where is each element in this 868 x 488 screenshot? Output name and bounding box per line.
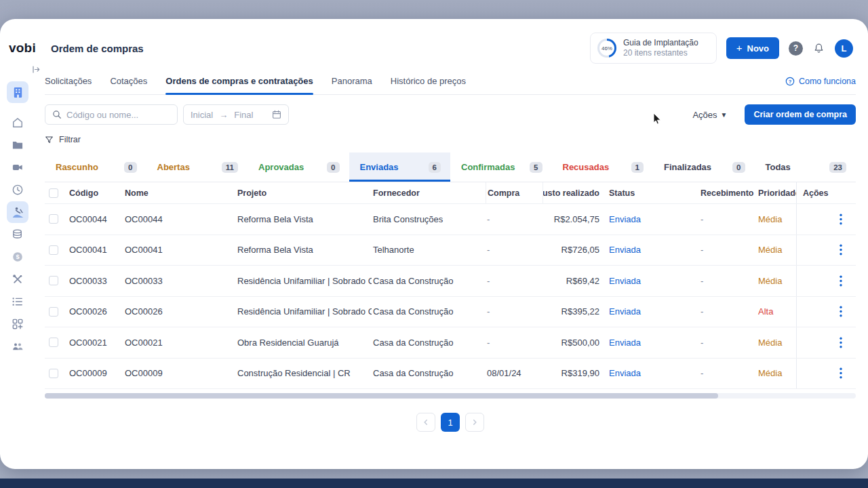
- cell-status: Enviada: [608, 204, 699, 235]
- cell-receipt: -: [699, 297, 757, 327]
- sidebar-item-home[interactable]: [7, 112, 28, 134]
- progress-percent: 46%: [597, 39, 616, 58]
- column-header-custo-realizado: Custo realizado: [542, 182, 608, 203]
- cell-status: Enviada: [608, 297, 699, 327]
- status-tab-label: Finalizadas: [664, 162, 711, 172]
- status-tab-label: Confirmadas: [461, 162, 515, 172]
- cell-project: Obra Residencial Guarujá: [236, 327, 372, 358]
- column-header-nome: Nome: [123, 182, 236, 203]
- cell-supplier: Casa da Construção: [372, 297, 486, 327]
- cell-cost: R$2.054,75: [542, 204, 608, 235]
- row-actions-kebab-icon[interactable]: [837, 272, 845, 289]
- cell-actions: [796, 266, 856, 296]
- row-select-cell: [45, 235, 68, 266]
- dollar-icon: $: [11, 250, 24, 264]
- row-actions-kebab-icon[interactable]: [837, 303, 845, 320]
- sidebar-item-company[interactable]: [7, 81, 28, 103]
- select-all-checkbox[interactable]: [49, 188, 58, 198]
- notifications-bell-icon[interactable]: [812, 42, 825, 55]
- status-tab-abertas[interactable]: Abertas11: [146, 152, 248, 182]
- row-select-cell: [45, 297, 68, 327]
- svg-text:$: $: [16, 253, 19, 260]
- tab-historico-de-precos[interactable]: Histórico de preços: [391, 68, 466, 94]
- sidebar-item-coins[interactable]: [7, 224, 28, 245]
- cell-priority: Média: [757, 327, 796, 358]
- coins-icon: [11, 228, 24, 241]
- sidebar-item-video[interactable]: [7, 157, 28, 178]
- date-start-placeholder: Inicial: [191, 110, 213, 120]
- actions-dropdown[interactable]: Ações ▼: [692, 110, 727, 120]
- cell-purchase: -: [486, 297, 542, 327]
- row-select-cell: [45, 204, 68, 235]
- status-tab-todas[interactable]: Todas23: [755, 152, 856, 182]
- question-circle-icon: ?: [785, 77, 795, 86]
- status-tabs: Rascunho0Abertas11Aprovadas0Enviadas6Con…: [45, 152, 856, 182]
- arrow-right-icon: →: [219, 110, 228, 120]
- bottom-bar: [0, 479, 868, 488]
- search-input[interactable]: [66, 110, 170, 120]
- chevron-right-icon: [471, 419, 478, 426]
- status-tab-recusadas[interactable]: Recusadas1: [552, 152, 654, 182]
- chevron-down-icon: ▼: [721, 111, 728, 119]
- status-tab-confirmadas[interactable]: Confirmadas5: [450, 152, 552, 182]
- cell-status: Enviada: [608, 327, 699, 358]
- status-tab-aprovadas[interactable]: Aprovadas0: [248, 152, 349, 182]
- row-checkbox[interactable]: [49, 276, 58, 285]
- cell-priority: Média: [757, 204, 796, 235]
- row-actions-kebab-icon[interactable]: [837, 211, 845, 228]
- create-purchase-order-button[interactable]: Criar ordem de compra: [745, 104, 856, 125]
- app-header: vobi Ordem de compras 46% Guia de Implan…: [0, 19, 868, 68]
- prev-page-button[interactable]: [416, 413, 435, 432]
- new-button[interactable]: +Novo: [726, 37, 779, 59]
- svg-text:?: ?: [789, 78, 792, 84]
- cell-actions: [796, 235, 856, 266]
- tab-panorama[interactable]: Panorama: [332, 68, 372, 94]
- status-tab-finalizadas[interactable]: Finalizadas0: [653, 152, 755, 182]
- row-actions-kebab-icon[interactable]: [837, 241, 845, 258]
- status-tab-label: Rascunho: [56, 162, 98, 172]
- cell-code: OC00041: [68, 235, 123, 266]
- status-tab-rascunho[interactable]: Rascunho0: [45, 152, 146, 182]
- row-checkbox[interactable]: [49, 245, 58, 255]
- sidebar-item-construction[interactable]: [7, 201, 28, 223]
- guide-title: Guia de Implantação: [623, 38, 698, 48]
- row-checkbox[interactable]: [49, 369, 58, 378]
- cell-receipt: -: [699, 266, 757, 296]
- table-row: OC00009OC00009Construção Residencial | C…: [45, 359, 856, 390]
- table-body: OC00044OC00044Reforma Bela VistaBrita Co…: [45, 204, 856, 389]
- filter-button[interactable]: Filtrar: [45, 134, 99, 146]
- row-checkbox[interactable]: [49, 338, 58, 347]
- scrollbar-thumb[interactable]: [45, 393, 718, 399]
- sidebar-item-team[interactable]: [7, 336, 28, 357]
- row-actions-kebab-icon[interactable]: [837, 365, 845, 382]
- implementation-guide-card[interactable]: 46% Guia de Implantação 20 itens restant…: [590, 33, 717, 64]
- calendar-icon: [272, 110, 281, 119]
- tab-solicitacoes[interactable]: Solicitações: [45, 68, 92, 94]
- next-page-button[interactable]: [465, 413, 484, 432]
- status-count-badge: 1: [631, 162, 644, 173]
- row-actions-kebab-icon[interactable]: [837, 334, 845, 351]
- current-page-button[interactable]: 1: [441, 413, 460, 432]
- sidebar-item-dollar[interactable]: $: [7, 246, 28, 268]
- sidebar-item-tools[interactable]: [7, 268, 28, 290]
- sidebar: $: [0, 68, 35, 469]
- cell-purchase: -: [486, 266, 542, 296]
- sidebar-item-grid-plus[interactable]: [7, 313, 28, 335]
- how-it-works-link[interactable]: ? Como funciona: [785, 68, 856, 94]
- user-avatar[interactable]: L: [835, 39, 853, 58]
- tab-ordens-de-compras-e-contratacoes[interactable]: Ordens de compras e contratações: [165, 68, 313, 94]
- date-range-input[interactable]: Inicial → Final: [183, 104, 289, 125]
- status-tab-enviadas[interactable]: Enviadas6: [349, 152, 451, 182]
- sidebar-item-clock[interactable]: [7, 179, 28, 201]
- cell-name: OC00021: [123, 327, 236, 358]
- cell-code: OC00033: [68, 266, 123, 296]
- row-select-cell: [45, 359, 68, 389]
- row-checkbox[interactable]: [49, 307, 58, 317]
- sidebar-item-folder[interactable]: [7, 134, 28, 156]
- tab-cotacoes[interactable]: Cotações: [110, 68, 147, 94]
- sidebar-item-list[interactable]: [7, 291, 28, 312]
- cell-name: OC00009: [123, 359, 236, 389]
- help-icon[interactable]: ?: [789, 41, 803, 56]
- row-checkbox[interactable]: [49, 214, 58, 224]
- cell-supplier: Casa da Construção: [372, 359, 486, 389]
